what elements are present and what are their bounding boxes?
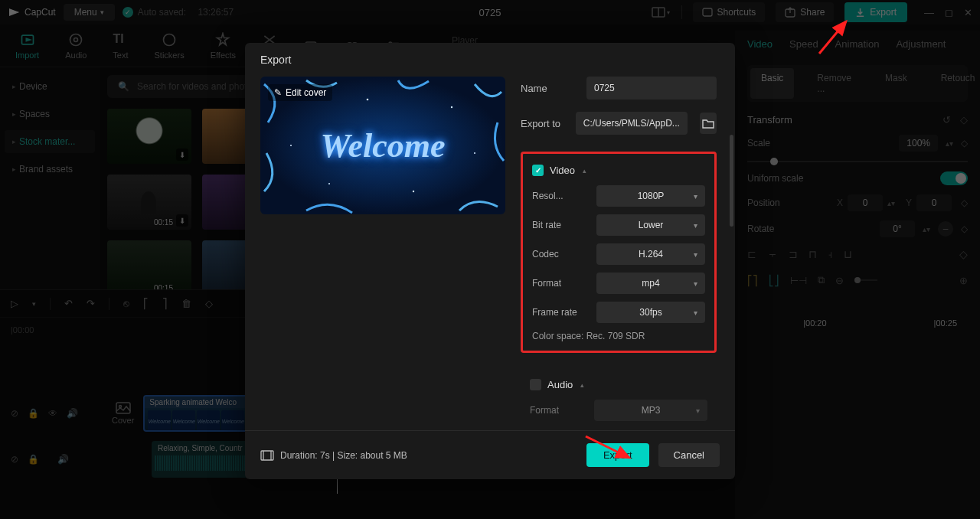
audio-format-label: Format (530, 405, 585, 416)
exportto-label: Export to (521, 118, 568, 129)
video-section-highlight: ✓ Video ▴ Resol... 1080P Bit rate Lower … (521, 152, 717, 353)
codec-label: Codec (532, 249, 587, 260)
duration-info: Duration: 7s | Size: about 5 MB (260, 450, 407, 461)
format-dropdown[interactable]: mp4 (596, 273, 705, 294)
svg-point-16 (367, 99, 369, 101)
browse-folder-button[interactable] (700, 113, 717, 134)
audio-checkbox[interactable] (530, 379, 541, 390)
framerate-dropdown[interactable]: 30fps (596, 302, 705, 323)
video-checkbox[interactable]: ✓ (532, 165, 544, 176)
edit-cover-button[interactable]: ✎ Edit cover (268, 84, 332, 101)
audio-heading: Audio (547, 379, 573, 390)
ruler-mark: |00:25 (934, 318, 957, 328)
name-label: Name (521, 83, 579, 94)
export-dialog: Export ✎ Edit cov (245, 43, 735, 479)
dialog-title: Export (245, 43, 735, 77)
format-label: Format (532, 278, 587, 289)
export-confirm-button[interactable]: Export (586, 443, 649, 467)
collapse-icon[interactable]: ▴ (583, 167, 586, 175)
video-heading: Video (550, 165, 575, 176)
svg-point-21 (474, 152, 475, 154)
collapse-icon[interactable]: ▴ (580, 381, 584, 389)
exportto-path[interactable]: C:/Users/PMLS/AppD... (576, 112, 688, 135)
ruler-mark: |00:20 (803, 318, 826, 328)
bitrate-label: Bit rate (532, 220, 587, 230)
pencil-icon: ✎ (274, 87, 282, 98)
resolution-label: Resol... (532, 191, 587, 201)
name-input[interactable] (586, 77, 717, 100)
svg-point-19 (451, 106, 452, 108)
bitrate-dropdown[interactable]: Lower (596, 214, 705, 236)
svg-point-17 (413, 191, 414, 192)
framerate-label: Frame rate (532, 307, 587, 318)
audio-format-dropdown[interactable]: MP3 (594, 400, 707, 421)
svg-point-20 (290, 145, 292, 146)
colorspace-text: Color space: Rec. 709 SDR (532, 331, 705, 341)
cover-preview: ✎ Edit cover Welcome (260, 77, 505, 214)
svg-point-18 (328, 183, 330, 184)
resolution-dropdown[interactable]: 1080P (596, 185, 705, 207)
codec-dropdown[interactable]: H.264 (596, 243, 705, 265)
cancel-button[interactable]: Cancel (658, 443, 720, 467)
